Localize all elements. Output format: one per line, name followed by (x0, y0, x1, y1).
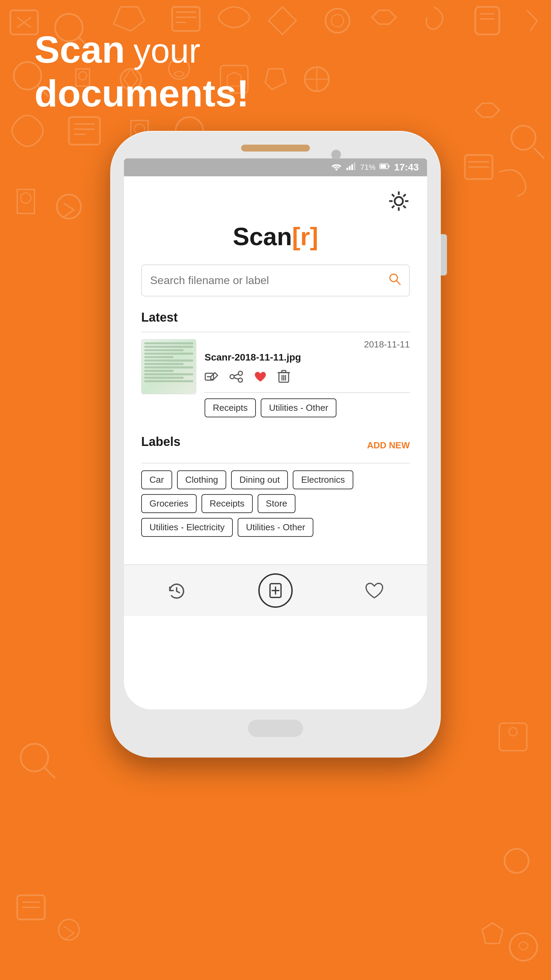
svg-rect-55 (388, 165, 390, 167)
labels-tags-row-2: Groceries Receipts Store (141, 494, 410, 513)
delete-icon[interactable] (277, 370, 290, 387)
svg-rect-43 (17, 895, 45, 920)
svg-rect-12 (475, 7, 499, 35)
add-new-button[interactable]: ADD NEW (367, 440, 410, 451)
rename-icon[interactable] (205, 371, 219, 386)
svg-point-38 (21, 744, 48, 771)
svg-line-66 (397, 281, 400, 285)
svg-line-1 (17, 17, 31, 27)
labels-tags-row-3: Utilities - Electricity Utilities - Othe… (141, 518, 410, 537)
svg-point-68 (238, 371, 242, 375)
status-bar: 71% 17:43 (124, 158, 427, 176)
add-scan-button[interactable] (258, 573, 293, 608)
svg-rect-0 (10, 10, 38, 35)
label-utilities-other[interactable]: Utilities - Other (237, 518, 314, 537)
label-electronics[interactable]: Electronics (293, 470, 353, 489)
svg-point-11 (331, 14, 344, 27)
action-divider (205, 392, 410, 393)
svg-point-10 (325, 9, 350, 33)
svg-line-64 (392, 205, 394, 208)
labels-tags-row: Car Clothing Dining out Electronics (141, 470, 410, 489)
latest-divider (141, 332, 410, 332)
svg-point-21 (305, 67, 329, 91)
label-car[interactable]: Car (141, 470, 172, 489)
phone-top (124, 145, 427, 151)
label-clothing[interactable]: Clothing (177, 470, 226, 489)
doc-filename: Scanr-2018-11-11.jpg (205, 352, 410, 363)
svg-point-32 (57, 194, 81, 219)
bottom-nav (124, 565, 427, 616)
favorite-icon[interactable] (253, 371, 267, 386)
status-time: 17:43 (394, 162, 419, 173)
doc-thumbnail[interactable] (141, 339, 196, 394)
doc-tag-utilities-other[interactable]: Utilities - Other (261, 398, 336, 417)
battery-icon (379, 163, 390, 172)
doc-item: 2018-11-11 Scanr-2018-11-11.jpg (141, 339, 410, 424)
phone-side-button (441, 234, 447, 275)
svg-rect-40 (499, 723, 527, 751)
svg-line-72 (234, 378, 238, 379)
svg-rect-75 (282, 371, 286, 372)
settings-icon[interactable] (388, 190, 410, 212)
svg-rect-52 (354, 162, 355, 170)
search-container (141, 264, 410, 296)
label-groceries[interactable]: Groceries (141, 494, 197, 513)
search-icon[interactable] (389, 273, 401, 288)
svg-line-71 (234, 374, 238, 375)
history-nav-icon[interactable] (166, 580, 187, 601)
labels-header: Labels ADD NEW (141, 434, 410, 456)
svg-rect-54 (381, 165, 386, 168)
search-input[interactable] (150, 274, 389, 287)
home-button-area (124, 720, 427, 737)
svg-rect-49 (346, 168, 348, 170)
wifi-icon (331, 162, 342, 172)
svg-rect-50 (349, 166, 350, 170)
svg-line-39 (45, 768, 55, 778)
svg-line-80 (177, 591, 180, 593)
svg-line-63 (403, 194, 406, 197)
svg-point-31 (21, 193, 31, 203)
svg-point-69 (230, 375, 234, 379)
svg-point-70 (238, 378, 242, 382)
svg-point-48 (335, 169, 338, 170)
svg-line-62 (403, 205, 406, 208)
svg-point-42 (505, 849, 529, 873)
svg-point-56 (395, 197, 403, 205)
svg-point-41 (509, 728, 517, 736)
app-logo: Scan[r] (134, 223, 417, 251)
hero-text: Scan your documents! (34, 27, 249, 115)
svg-rect-35 (465, 155, 492, 179)
label-receipts[interactable]: Receipts (201, 494, 253, 513)
phone-device: 71% 17:43 (110, 131, 441, 757)
label-dining-out[interactable]: Dining out (231, 470, 288, 489)
phone-screen: 71% 17:43 (124, 158, 427, 710)
battery-text: 71% (360, 163, 375, 172)
svg-point-46 (59, 920, 79, 940)
svg-point-33 (511, 126, 535, 150)
phone-camera (331, 150, 341, 159)
search-box (141, 264, 410, 296)
settings-row (134, 183, 417, 216)
hero-your: your (133, 31, 201, 70)
labels-section: Labels ADD NEW Car Clothing Dining out E… (141, 434, 410, 537)
svg-point-47 (510, 933, 537, 961)
svg-rect-24 (69, 117, 100, 145)
doc-date: 2018-11-11 (205, 339, 410, 350)
doc-actions (205, 370, 410, 387)
latest-title: Latest (141, 310, 410, 325)
doc-tag-receipts[interactable]: Receipts (205, 398, 256, 417)
svg-line-61 (392, 194, 394, 197)
label-utilities-electricity[interactable]: Utilities - Electricity (141, 518, 233, 537)
svg-line-34 (534, 148, 544, 158)
phone-speaker (241, 145, 310, 151)
share-icon[interactable] (229, 371, 243, 386)
doc-thumbnail-inner (142, 339, 196, 394)
hero-scan: Scan (34, 28, 125, 71)
logo-scan-text: Scan[r] (233, 223, 318, 250)
favorites-nav-icon[interactable] (364, 581, 385, 600)
latest-section: Latest (141, 310, 410, 424)
doc-info: 2018-11-11 Scanr-2018-11-11.jpg (205, 339, 410, 417)
svg-rect-51 (351, 164, 353, 170)
label-store[interactable]: Store (258, 494, 295, 513)
home-button[interactable] (248, 720, 303, 737)
